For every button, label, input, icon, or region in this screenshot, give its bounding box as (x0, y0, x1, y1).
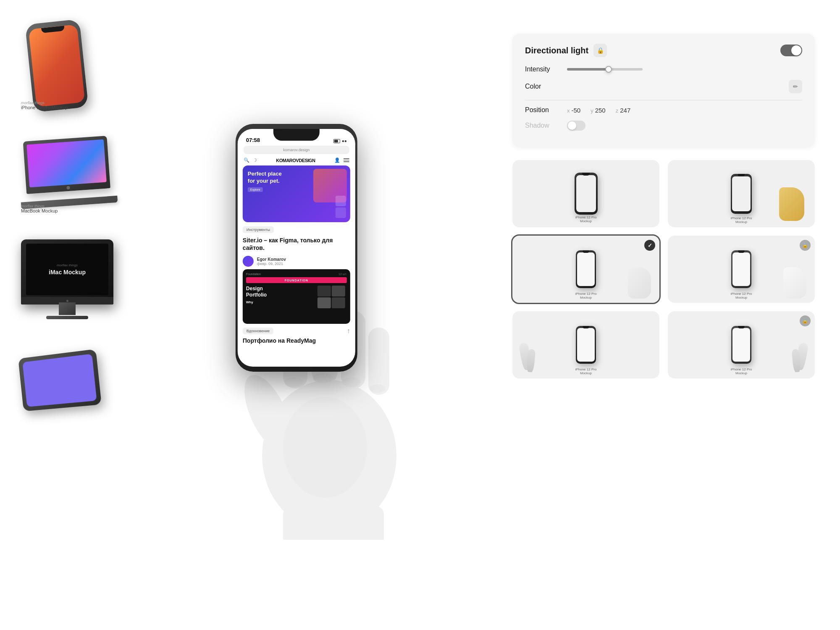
svg-point-6 (284, 377, 303, 387)
phone-article-title: Siter.io – как Figma, только для сайтов. (238, 235, 355, 253)
sidebar-item-macbook[interactable]: morflax things MacBook Mockup (8, 130, 126, 214)
thumb-3-badge: ✓ (644, 240, 655, 251)
phone-hero-banner: Perfect placefor your pet. Explore (243, 165, 350, 222)
main-phone: 07:58 ●● komarov.design 🔍 (236, 124, 357, 372)
sidebar-item-imac[interactable]: morflax things iMac Mockup (8, 231, 126, 332)
phone-why-label: Why (246, 300, 316, 304)
dl-position-y: y 250 (591, 107, 606, 114)
dl-header: Directional light 🔒 (525, 44, 802, 57)
dl-position-label: Position (525, 106, 567, 114)
dl-position-values: x -50 y 250 z 247 (567, 107, 640, 114)
mockup-thumb-5[interactable]: iPhone 12 ProMockup (512, 311, 659, 378)
dl-position-z: z 247 (616, 107, 631, 114)
dl-z-value: 247 (620, 107, 630, 114)
mockup-thumbnail-grid: iPhone 12 ProMockup iPhone 12 ProMockup (512, 160, 815, 378)
dl-position-x: x -50 (567, 107, 580, 114)
phone-url-bar: komarov.design (244, 146, 349, 154)
dl-toggle-knob (791, 45, 801, 55)
mockup-thumb-4[interactable]: 🔒 iPhone 12 ProMockup (668, 236, 815, 303)
phone-author-name: Egor Komarov (257, 257, 286, 262)
sidebar-item-iphone[interactable]: morflax things iPhone 12 Pro Mockup (13, 17, 122, 113)
dl-z-axis-label: z (616, 108, 619, 114)
phone-time: 07:58 (246, 137, 260, 143)
mockup-thumb-6[interactable]: 🔒 iPhone 12 ProMockup (668, 311, 815, 378)
phone-portfolio-banner: Foundation 12 шт. FOUNDATION DesignPortf… (243, 269, 350, 324)
hand-phone-scene: 07:58 ●● komarov.design 🔍 (164, 116, 424, 514)
dl-color-picker-button[interactable]: ✏ (789, 80, 802, 93)
dl-intensity-thumb[interactable] (605, 66, 612, 73)
svg-point-7 (313, 373, 333, 383)
directional-light-panel: Directional light 🔒 Intensity Color ✏ (512, 34, 815, 147)
dl-toggle[interactable] (780, 45, 802, 56)
dl-x-value: -50 (572, 107, 581, 114)
phone-bottom-tag: Вдохновение (243, 328, 273, 334)
dl-y-axis-label: y (591, 108, 593, 114)
phone-author-date: февр. 09, 2021 (257, 262, 286, 266)
dl-shadow-label: Shadow (525, 122, 567, 129)
dl-intensity-label: Intensity (525, 66, 567, 73)
macbook-brand-label: morflax things (21, 204, 58, 208)
iphone-name-label: iPhone 12 Pro Mockup (21, 105, 68, 110)
sidebar-item-ipad[interactable] (8, 344, 126, 420)
svg-point-11 (283, 397, 367, 498)
dl-title: Directional light (525, 46, 588, 55)
dl-title-row: Directional light 🔒 (525, 44, 607, 57)
phone-notch (273, 129, 320, 141)
macbook-name-label: MacBook Mockup (21, 208, 58, 213)
phone-article-tag: Инструменты (243, 226, 274, 233)
right-panel: Directional light 🔒 Intensity Color ✏ (512, 34, 815, 378)
dl-shadow-knob (568, 121, 576, 130)
imac-screen-label: iMac Mockup (49, 269, 86, 276)
dl-separator (525, 100, 802, 100)
dl-intensity-slider[interactable] (567, 68, 643, 71)
dl-intensity-slider-container (567, 68, 802, 71)
mockup-thumb-2[interactable]: iPhone 12 ProMockup (668, 160, 815, 227)
phone-partial-title: Портфолио на ReadyMag (238, 336, 355, 345)
mockup-thumb-3[interactable]: ✓ iPhone 12 ProMockup (512, 236, 659, 303)
dl-lock-button[interactable]: 🔒 (593, 44, 607, 57)
left-sidebar: morflax things iPhone 12 Pro Mockup morf… (0, 0, 134, 630)
dl-position-row: Position x -50 y 250 z 247 (525, 106, 802, 114)
svg-rect-10 (283, 506, 384, 540)
thumb-4-badge: 🔒 (800, 240, 811, 251)
dl-shadow-row: Shadow (525, 121, 802, 131)
dl-color-label: Color (525, 83, 567, 90)
phone-bottom-bar: Вдохновение ↑ (238, 324, 355, 336)
iphone-brand-label: morflax things (21, 101, 68, 105)
svg-point-9 (370, 384, 386, 393)
phone-author-row: Egor Komarov февр. 09, 2021 (238, 253, 355, 269)
svg-point-8 (342, 377, 361, 387)
phone-logo: KOMAROVDESIGN (276, 158, 315, 163)
phone-url: komarov.design (283, 148, 310, 152)
dl-intensity-fill (567, 68, 609, 71)
main-content: 07:58 ●● komarov.design 🔍 (147, 0, 441, 630)
phone-portfolio-header: Foundation (246, 273, 261, 276)
dl-y-value: 250 (595, 107, 606, 114)
imac-screen-brand: morflax things (57, 263, 78, 267)
dl-shadow-toggle[interactable] (567, 121, 585, 131)
dl-color-row: Color ✏ (525, 80, 802, 93)
dl-intensity-row: Intensity (525, 66, 802, 73)
dl-x-axis-label: x (567, 108, 570, 114)
thumb-6-badge: 🔒 (800, 315, 811, 326)
phone-portfolio-title: DesignPortfolio (246, 286, 316, 298)
phone-nav-bar: 🔍 ☽ KOMAROVDESIGN 👤 (238, 155, 355, 165)
mockup-thumb-1[interactable]: iPhone 12 ProMockup (512, 160, 659, 227)
